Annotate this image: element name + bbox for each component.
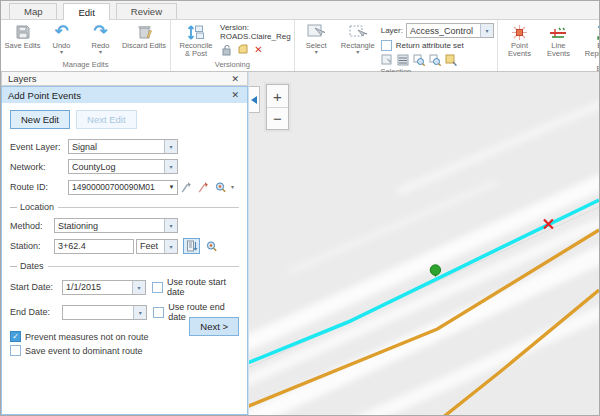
layers-panel-title: Layers (8, 73, 37, 84)
rectangle-select-icon (349, 23, 367, 41)
use-route-start-date-checkbox[interactable] (152, 282, 163, 293)
station-unit-caret-icon[interactable]: ▾ (164, 240, 177, 253)
layers-close-icon[interactable]: ✕ (229, 74, 241, 84)
select-button[interactable]: Select ▾ (298, 21, 335, 54)
next-edit-button[interactable]: Next Edit (76, 110, 137, 129)
station-label: Station: (10, 241, 54, 251)
method-combo[interactable]: Stationing ▾ (54, 218, 178, 233)
end-date-combo[interactable]: ▾ (62, 305, 147, 320)
point-event-marker[interactable] (430, 265, 440, 275)
point-events-button[interactable]: Point Events (501, 21, 538, 59)
add-point-events-title: Add Point Events (8, 90, 81, 101)
redo-icon: ↷ (93, 23, 107, 41)
station-zoom-icon[interactable] (203, 238, 220, 254)
panel-collapse-button[interactable] (249, 86, 260, 113)
select-tool-icon[interactable] (381, 53, 394, 66)
add-point-events-header[interactable]: Add Point Events ✕ (2, 87, 247, 103)
event-layer-label: Event Layer: (10, 142, 68, 152)
discard-edits-button[interactable]: Discard Edits (121, 21, 167, 50)
next-button[interactable]: Next > (189, 317, 239, 336)
add-point-events-close-icon[interactable]: ✕ (229, 90, 241, 100)
layers-panel-header[interactable]: Layers ✕ (1, 72, 248, 86)
zoom-in-button[interactable]: + (267, 85, 288, 107)
start-date-label: Start Date: (10, 282, 62, 292)
method-caret-icon[interactable]: ▾ (164, 219, 177, 232)
group-edit-events: Point Events Line Events Event Replaceme… (498, 20, 600, 71)
save-to-dominant-checkbox[interactable] (10, 345, 21, 356)
event-layer-combo[interactable]: Signal ▾ (68, 139, 178, 154)
trash-icon (137, 23, 152, 41)
event-layer-caret-icon[interactable]: ▾ (164, 140, 177, 153)
route-zoom-caret-icon[interactable]: ▾ (231, 185, 234, 189)
lock-icon[interactable] (220, 43, 233, 56)
tab-map[interactable]: Map (9, 3, 57, 19)
group-manage-edits: Save Edits ↶ Undo ▾ ↷ Redo ▾ Discard Edi… (1, 20, 171, 71)
zoom-to-selection-icon[interactable] (413, 53, 426, 66)
application-window: Map Edit Review Save Edits ↶ Undo ▾ (0, 0, 600, 416)
map-zoom-control: + − (266, 84, 289, 130)
delete-version-icon[interactable]: ✕ (252, 43, 265, 56)
dates-section-header: Dates (10, 261, 239, 271)
route-zoom-icon[interactable] (212, 179, 229, 195)
start-date-caret-icon[interactable]: ▾ (132, 281, 145, 294)
pan-to-selection-icon[interactable] (429, 53, 442, 66)
rectangle-caret-icon: ▾ (356, 50, 359, 54)
route-id-combo[interactable]: 14900000700090M01 ▼ (68, 180, 178, 195)
return-attribute-set-checkbox[interactable] (381, 40, 392, 51)
version-info: Version: ROADS.Claire_Reg ✕ (220, 21, 291, 56)
method-label: Method: (10, 221, 54, 231)
line-events-button[interactable]: Line Events (540, 21, 577, 59)
undo-icon: ↶ (54, 23, 68, 41)
rectangle-select-button[interactable]: Rectangle ▾ (337, 21, 379, 54)
left-panel: Layers ✕ Add Point Events ✕ New Edit Nex… (1, 72, 248, 415)
event-replacement-button[interactable]: Event Replacement (579, 21, 600, 59)
map-canvas[interactable] (249, 72, 599, 415)
group-versioning: Reconcile & Post Version: ROADS.Claire_R… (171, 20, 295, 71)
redo-caret-icon: ▾ (99, 50, 102, 54)
new-version-icon[interactable] (236, 43, 249, 56)
select-icon (307, 23, 325, 41)
layer-combo[interactable]: Access_Control ▾ (406, 23, 494, 38)
station-input[interactable]: 3+62.4 (54, 239, 134, 254)
version-label: Version: (220, 23, 291, 32)
save-edits-button[interactable]: Save Edits (4, 21, 41, 50)
route-id-caret-icon[interactable]: ▼ (166, 184, 177, 190)
ribbon-tabstrip: Map Edit Review (1, 1, 599, 20)
clear-selection-icon[interactable] (445, 53, 458, 66)
select-route-icon[interactable] (178, 179, 195, 195)
event-replacement-icon (596, 23, 600, 41)
group-label-manage-edits: Manage Edits (4, 59, 167, 71)
station-unit-combo[interactable]: Feet ▾ (136, 239, 178, 254)
map-view[interactable]: + − (248, 72, 599, 415)
select-route-on-map-icon[interactable] (195, 179, 212, 195)
save-icon (15, 23, 31, 41)
tab-edit[interactable]: Edit (63, 3, 109, 20)
attributes-list-icon[interactable] (397, 53, 410, 66)
group-label-versioning: Versioning (174, 59, 291, 71)
use-route-end-date-checkbox[interactable] (153, 307, 164, 318)
zoom-out-button[interactable]: − (267, 107, 288, 129)
selection-options: Layer: Access_Control ▾ Return attribute… (381, 21, 494, 66)
network-combo[interactable]: CountyLog ▾ (68, 159, 178, 174)
new-edit-button[interactable]: New Edit (10, 110, 70, 129)
save-to-dominant-label: Save event to dominant route (25, 346, 143, 356)
reconcile-icon (187, 23, 205, 41)
point-events-icon (511, 23, 528, 41)
line-events-icon (548, 23, 568, 41)
pick-station-tool-icon[interactable] (183, 238, 200, 254)
layer-combo-caret-icon[interactable]: ▾ (480, 24, 493, 37)
reconcile-post-button[interactable]: Reconcile & Post (174, 21, 218, 59)
prevent-measures-label: Prevent measures not on route (25, 332, 149, 342)
tab-review[interactable]: Review (116, 3, 177, 19)
undo-button[interactable]: ↶ Undo ▾ (43, 21, 80, 54)
start-date-combo[interactable]: 1/1/2015 ▾ (62, 280, 146, 295)
prevent-measures-checkbox[interactable]: ✓ (10, 331, 21, 342)
select-caret-icon: ▾ (315, 50, 318, 54)
network-caret-icon[interactable]: ▾ (164, 160, 177, 173)
version-value: ROADS.Claire_Reg (220, 32, 291, 41)
end-date-caret-icon[interactable]: ▾ (133, 306, 146, 319)
network-label: Network: (10, 162, 68, 172)
use-route-start-date-label: Use route start date (167, 277, 239, 297)
redo-button[interactable]: ↷ Redo ▾ (82, 21, 119, 54)
end-date-label: End Date: (10, 307, 62, 317)
